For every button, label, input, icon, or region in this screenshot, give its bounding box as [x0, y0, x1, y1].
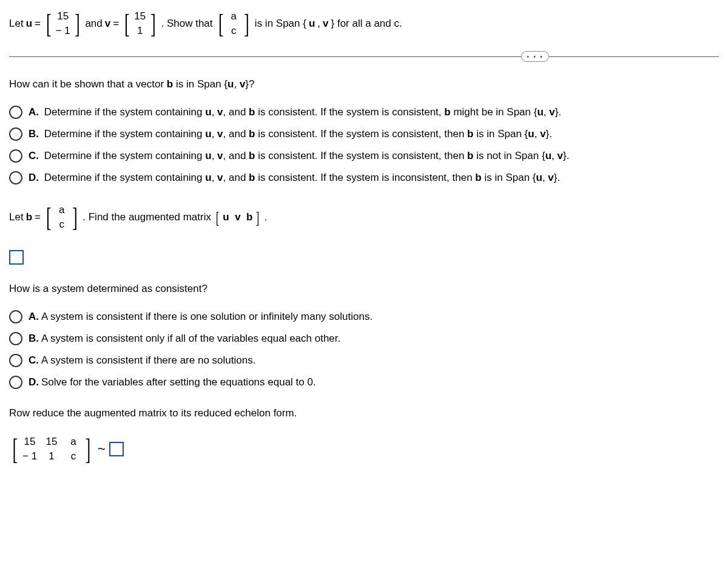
equals: = [35, 211, 41, 223]
u: u [223, 211, 229, 223]
t: }. [555, 106, 561, 118]
text: } for all a and c. [331, 18, 402, 30]
matrix-u: [ 15 − 1 ] [44, 9, 81, 38]
matrix-b: [ a c ] [44, 203, 79, 232]
more-icon[interactable]: • • • [521, 51, 549, 62]
augmented-matrix-label: [ u v b ] [215, 211, 261, 224]
option-c[interactable]: C.A system is consistent if there are no… [9, 354, 719, 367]
cell: 1 [44, 450, 59, 462]
t: , [212, 150, 217, 161]
t: , [212, 106, 217, 118]
cell: c [66, 450, 81, 462]
left-bracket-icon: [ [124, 14, 130, 34]
t: A system is consistent if there is one s… [41, 311, 372, 322]
question-2: How is a system determined as consistent… [9, 283, 719, 295]
radio-icon[interactable] [9, 106, 22, 119]
text: How can it be shown that a vector [9, 78, 167, 90]
option-text: A. Determine if the system containing u,… [29, 106, 561, 118]
text: . Show that [161, 18, 212, 30]
option-text: D.Solve for the variables after setting … [29, 376, 316, 388]
t: b [467, 150, 473, 161]
radio-icon[interactable] [9, 354, 22, 367]
var-u: u [26, 18, 32, 30]
radio-icon[interactable] [9, 127, 22, 141]
option-a[interactable]: A. Determine if the system containing u,… [9, 106, 719, 119]
t: Determine if the system containing [44, 106, 206, 118]
t: A system is consistent if there are no s… [41, 354, 255, 366]
option-d[interactable]: D. Determine if the system containing u,… [9, 171, 719, 185]
answer-input[interactable] [109, 442, 124, 456]
radio-icon[interactable] [9, 171, 22, 185]
text: , [317, 18, 320, 30]
cell: 15 [134, 10, 146, 22]
t: v [549, 106, 554, 118]
t: b [467, 128, 473, 140]
t: , and [223, 128, 249, 140]
t: b [249, 106, 255, 118]
label: C. [29, 150, 39, 161]
cell: a [66, 436, 81, 448]
t: u [205, 128, 211, 140]
row-reduce-matrix: [ 15 15 a − 1 1 c ] ~ [9, 435, 719, 464]
t: , [212, 128, 217, 140]
t: u [536, 172, 542, 183]
t: is in Span { [482, 172, 536, 183]
text: is in Span { [173, 78, 228, 90]
option-c[interactable]: C. Determine if the system containing u,… [9, 149, 719, 163]
v: v [240, 78, 245, 90]
problem-statement: Let u = [ 15 − 1 ] and v = [ 15 1 ] . Sh… [9, 9, 719, 38]
var-v: v [105, 18, 110, 30]
option-d[interactable]: D.Solve for the variables after setting … [9, 376, 719, 389]
radio-icon[interactable] [9, 149, 22, 163]
t: b [249, 128, 255, 140]
t: v [540, 128, 545, 140]
right-bracket-icon: ] [150, 14, 156, 34]
t: Determine if the system containing [44, 172, 206, 183]
t: , and [223, 172, 249, 183]
label: B. [29, 333, 39, 344]
text: }? [245, 78, 254, 90]
t: }. [554, 172, 560, 183]
answer-input[interactable] [9, 250, 24, 265]
t: u [537, 106, 543, 118]
radio-icon[interactable] [9, 376, 22, 389]
radio-icon[interactable] [9, 310, 22, 323]
var-b: b [26, 211, 32, 223]
t: v [217, 106, 223, 118]
label: A. [29, 106, 39, 118]
t: is consistent. If the system is consiste… [255, 128, 468, 140]
t: b [444, 106, 450, 118]
right-bracket-icon: ] [256, 211, 260, 224]
t: u [205, 150, 211, 161]
text: and [85, 18, 102, 30]
t: , [544, 106, 549, 118]
b: b [167, 78, 173, 90]
right-bracket-icon: ] [244, 14, 249, 34]
span-v: v [323, 18, 328, 30]
t: v [548, 172, 553, 183]
t: is not in Span { [474, 150, 545, 161]
t: u [528, 128, 534, 140]
t: u [205, 106, 211, 118]
t: b [475, 172, 481, 183]
tilde-icon: ~ [98, 441, 106, 457]
t: b [249, 172, 255, 183]
option-b[interactable]: B.A system is consistent only if all of … [9, 332, 719, 345]
t: , [542, 172, 548, 183]
t: is in Span { [474, 128, 528, 140]
radio-icon[interactable] [9, 332, 22, 345]
option-b[interactable]: B. Determine if the system containing u,… [9, 127, 719, 141]
cell: c [228, 25, 240, 37]
b: b [246, 211, 252, 223]
option-a[interactable]: A.A system is consistent if there is one… [9, 310, 719, 323]
right-bracket-icon: ] [86, 438, 91, 460]
matrix-ac: [ a c ] [217, 9, 251, 38]
t: is consistent. If the system is consiste… [255, 150, 468, 161]
row-reduce-text: Row reduce the augmented matrix to its r… [9, 407, 719, 419]
left-bracket-icon: [ [216, 211, 220, 224]
t: , [534, 128, 540, 140]
t: Determine if the system containing [44, 150, 206, 161]
t: is consistent. If the system is consiste… [255, 106, 445, 118]
option-text: D. Determine if the system containing u,… [29, 172, 560, 184]
let-b-row: Let b = [ a c ] . Find the augmented mat… [9, 203, 719, 232]
